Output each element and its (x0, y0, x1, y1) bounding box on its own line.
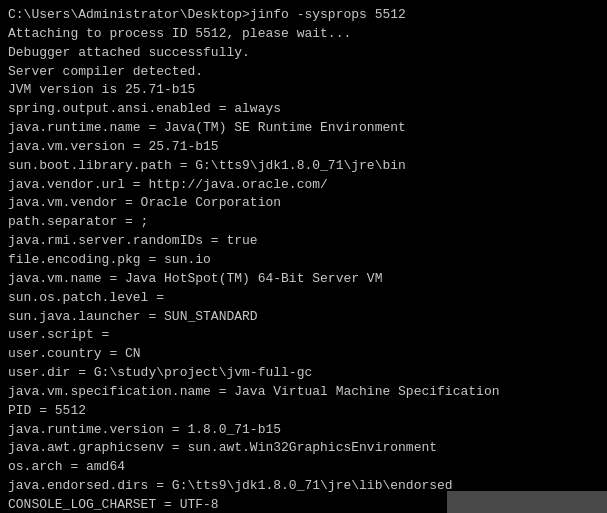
terminal-line: java.vm.version = 25.71-b15 (8, 138, 599, 157)
terminal-line: sun.boot.library.path = G:\tts9\jdk1.8.0… (8, 157, 599, 176)
terminal-line: Server compiler detected. (8, 63, 599, 82)
terminal-line: Attaching to process ID 5512, please wai… (8, 25, 599, 44)
terminal-line: file.encoding.pkg = sun.io (8, 251, 599, 270)
terminal-line: user.dir = G:\study\project\jvm-full-gc (8, 364, 599, 383)
terminal-line: java.runtime.name = Java(TM) SE Runtime … (8, 119, 599, 138)
terminal-line: java.rmi.server.randomIDs = true (8, 232, 599, 251)
terminal-line: C:\Users\Administrator\Desktop>jinfo -sy… (8, 6, 599, 25)
terminal-line: sun.os.patch.level = (8, 289, 599, 308)
terminal-line: sun.java.launcher = SUN_STANDARD (8, 308, 599, 327)
terminal-line: java.vendor.url = http://java.oracle.com… (8, 176, 599, 195)
terminal-line: Debugger attached successfully. (8, 44, 599, 63)
terminal-line: path.separator = ; (8, 213, 599, 232)
terminal-line: java.vm.name = Java HotSpot(TM) 64-Bit S… (8, 270, 599, 289)
terminal-line: PID = 5512 (8, 402, 599, 421)
terminal-line: java.vm.vendor = Oracle Corporation (8, 194, 599, 213)
terminal-line: user.country = CN (8, 345, 599, 364)
terminal-line: java.runtime.version = 1.8.0_71-b15 (8, 421, 599, 440)
terminal-line: user.script = (8, 326, 599, 345)
terminal-line: JVM version is 25.71-b15 (8, 81, 599, 100)
terminal-line: java.awt.graphicsenv = sun.awt.Win32Grap… (8, 439, 599, 458)
terminal-line: java.vm.specification.name = Java Virtua… (8, 383, 599, 402)
bottom-bar (447, 491, 607, 513)
terminal-window: C:\Users\Administrator\Desktop>jinfo -sy… (0, 0, 607, 513)
terminal-line: os.arch = amd64 (8, 458, 599, 477)
terminal-line: spring.output.ansi.enabled = always (8, 100, 599, 119)
